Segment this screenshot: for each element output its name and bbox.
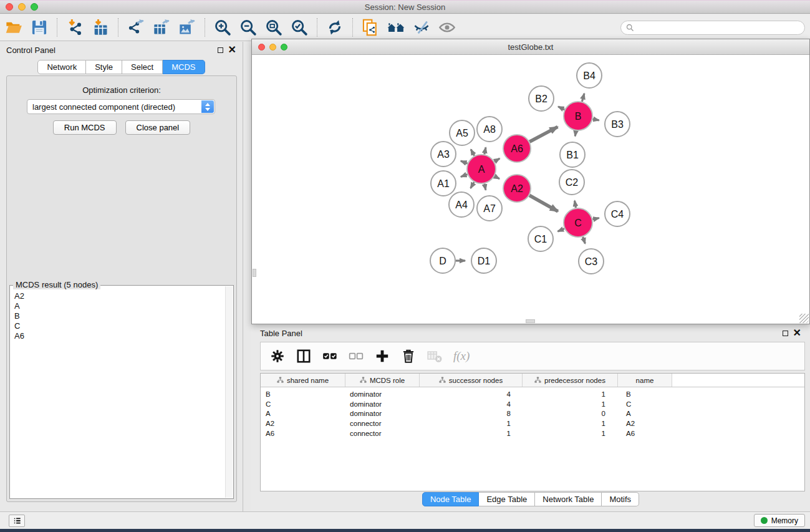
table-cell[interactable]: C <box>618 400 672 408</box>
mcds-result-item[interactable]: C <box>14 321 225 331</box>
horizontal-scroll-thumb[interactable] <box>526 319 535 323</box>
graph-edge-A-A3[interactable] <box>461 161 468 163</box>
close-window-button[interactable] <box>6 3 13 11</box>
zoom-fit-button[interactable] <box>264 17 283 37</box>
run-mcds-button[interactable]: Run MCDS <box>53 120 117 135</box>
column-header-predecessor-nodes[interactable]: predecessor nodes <box>523 374 618 387</box>
column-header-name[interactable]: name <box>618 374 672 387</box>
table-cell[interactable]: A2 <box>261 420 345 427</box>
open-folder-button[interactable] <box>4 17 23 37</box>
graph-edge-A-A4[interactable] <box>471 182 475 188</box>
home-button[interactable] <box>387 17 405 37</box>
zoom-window-button[interactable] <box>31 3 38 11</box>
graph-edge-C-C2[interactable] <box>575 201 576 208</box>
table-cell[interactable]: 1 <box>523 390 618 398</box>
table-cell[interactable]: A6 <box>261 430 345 437</box>
graph-edge-B-B2[interactable] <box>558 107 564 110</box>
show-eye-button[interactable] <box>438 17 456 37</box>
table-cell[interactable]: 4 <box>420 390 523 398</box>
table-cell[interactable]: A2 <box>618 420 672 427</box>
mcds-list-scrollbar[interactable] <box>225 286 233 498</box>
tab-network[interactable]: Network <box>37 60 86 74</box>
network-canvas[interactable]: AA1A2A3A4A5A6A7A8BB1B2B3B4CC1C2C3C4DD1 <box>252 55 809 324</box>
deselect-all-button[interactable] <box>347 347 365 365</box>
close-panel-icon[interactable]: ✕ <box>228 46 236 54</box>
table-cell[interactable]: 1 <box>523 400 618 408</box>
tab-style[interactable]: Style <box>86 60 122 74</box>
mcds-result-item[interactable]: B <box>14 311 225 321</box>
export-image-button[interactable] <box>178 17 196 37</box>
gear-button[interactable] <box>269 347 286 365</box>
minimize-window-button[interactable] <box>18 3 26 11</box>
table-row[interactable]: Adominator80A <box>261 409 804 419</box>
close-panel-button[interactable]: Close panel <box>125 120 191 135</box>
column-split-button[interactable] <box>295 347 312 365</box>
table-cell[interactable]: 1 <box>523 430 618 437</box>
zoom-selected-button[interactable] <box>290 17 309 37</box>
import-table-button[interactable] <box>91 17 110 37</box>
zoom-in-button[interactable] <box>213 17 232 37</box>
graph-edge-A-A7[interactable] <box>485 184 486 190</box>
table-cell[interactable]: connector <box>345 420 420 427</box>
resize-grip[interactable] <box>799 314 809 323</box>
table-row[interactable]: Bdominator41B <box>261 389 804 399</box>
table-row[interactable]: A6connector11A6 <box>261 428 804 438</box>
table-row[interactable]: A2connector11A2 <box>261 418 804 428</box>
graph-edge-C-C1[interactable] <box>558 229 564 232</box>
float-table-panel-icon[interactable] <box>783 331 788 336</box>
zoom-out-button[interactable] <box>239 17 258 37</box>
mcds-result-item[interactable]: A <box>14 301 225 311</box>
column-header-mcds-role[interactable]: MCDS role <box>345 374 420 387</box>
tab-node-table[interactable]: Node Table <box>422 492 480 506</box>
table-cell[interactable]: 1 <box>420 430 523 437</box>
hide-eye-button[interactable] <box>412 17 431 37</box>
tab-select[interactable]: Select <box>122 60 163 74</box>
tab-motifs[interactable]: Motifs <box>602 492 639 506</box>
close-table-panel-icon[interactable]: ✕ <box>793 329 801 337</box>
table-cell[interactable]: dominator <box>345 410 420 417</box>
vertical-scroll-thumb[interactable] <box>253 269 256 277</box>
table-cell[interactable]: C <box>261 400 345 408</box>
import-network-button[interactable] <box>65 17 84 37</box>
graph-edge-A-A1[interactable] <box>461 174 467 177</box>
export-table-button[interactable] <box>152 17 171 37</box>
select-all-button[interactable] <box>321 347 339 365</box>
export-network-button[interactable] <box>127 17 145 37</box>
tab-edge-table[interactable]: Edge Table <box>479 492 535 506</box>
graph-edge-A2-C[interactable] <box>529 195 558 211</box>
table-cell[interactable]: B <box>261 390 345 398</box>
table-cell[interactable]: 0 <box>523 410 618 417</box>
table-cell[interactable]: connector <box>345 430 420 437</box>
network-window-titlebar[interactable]: testGlobe.txt <box>252 39 809 55</box>
table-cell[interactable]: A <box>261 410 345 417</box>
graph-edge-C-C3[interactable] <box>583 237 586 244</box>
column-header-successor-nodes[interactable]: successor nodes <box>420 374 523 387</box>
function-builder-button[interactable]: f(x) <box>453 349 470 363</box>
graph-edge-A6-B[interactable] <box>529 127 557 142</box>
plus-button[interactable] <box>374 347 391 365</box>
table-cell[interactable]: 8 <box>420 410 523 417</box>
tab-network-table[interactable]: Network Table <box>535 492 602 506</box>
table-cell[interactable]: dominator <box>345 400 420 408</box>
mcds-result-item[interactable]: A2 <box>14 291 225 301</box>
table-cell[interactable]: A6 <box>618 430 672 437</box>
search-field[interactable] <box>620 21 805 35</box>
criterion-select[interactable]: largest connected component (directed) <box>27 99 215 114</box>
table-row[interactable]: Cdominator41C <box>261 399 804 409</box>
graph-edge-A-A6[interactable] <box>494 158 500 162</box>
table-cell[interactable]: dominator <box>345 390 420 398</box>
table-cell[interactable]: 1 <box>420 420 523 427</box>
graph-edge-B-B4[interactable] <box>582 94 584 102</box>
graph-edge-C-C4[interactable] <box>592 218 599 220</box>
trash-button[interactable] <box>400 347 417 365</box>
graph-edge-A-A2[interactable] <box>494 176 499 178</box>
graph-edge-A-A8[interactable] <box>485 147 486 154</box>
memory-button[interactable]: Memory <box>754 514 805 527</box>
table-cell[interactable]: B <box>618 390 672 398</box>
refresh-button[interactable] <box>325 17 344 37</box>
graph-edge-B-B3[interactable] <box>593 119 599 120</box>
graph-edge-A-A5[interactable] <box>471 149 475 155</box>
search-input[interactable] <box>637 24 799 32</box>
mcds-result-item[interactable]: A6 <box>14 331 225 341</box>
column-header-shared-name[interactable]: shared name <box>261 374 345 387</box>
